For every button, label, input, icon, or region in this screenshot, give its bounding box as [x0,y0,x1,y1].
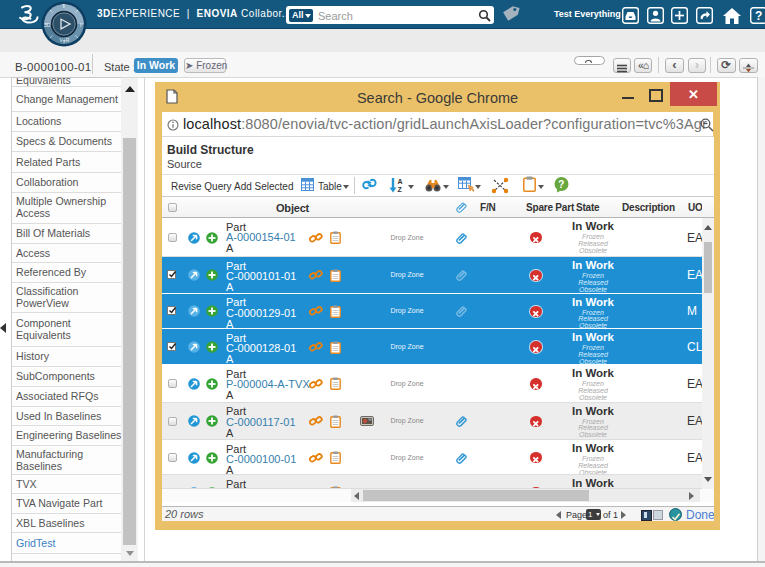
svg-text:T: T [62,3,65,9]
svg-text:A: A [398,178,403,185]
svg-text:3D: 3D [44,22,51,28]
svg-text:V+R: V+R [60,37,70,43]
svg-text:Z: Z [398,186,403,193]
svg-text:?: ? [558,178,564,190]
svg-text:?: ? [755,9,762,23]
svg-text:I: I [80,22,81,28]
